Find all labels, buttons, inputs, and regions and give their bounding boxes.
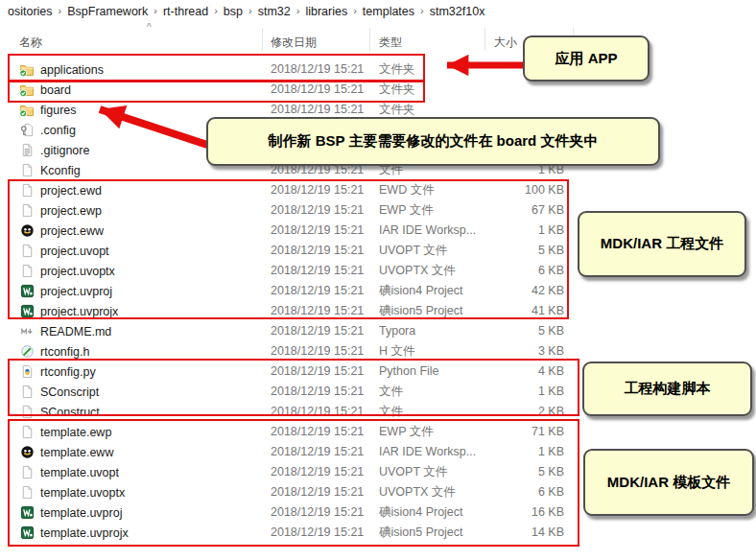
callout-build-scripts: 工程构建脚本 bbox=[582, 362, 752, 416]
callout-board-note: 制作新 BSP 主要需要修改的文件在 board 文件夹中 bbox=[206, 117, 660, 166]
annotation-box-build-scripts bbox=[8, 359, 579, 416]
annotation-box-template-files bbox=[8, 419, 579, 547]
breadcrumb-item[interactable]: stm32f10x bbox=[424, 5, 491, 18]
file-size: 5 KB bbox=[480, 321, 564, 341]
breadcrumb-separator-icon: › bbox=[353, 5, 357, 16]
breadcrumb-separator-icon: › bbox=[296, 5, 300, 16]
blank-file-icon bbox=[19, 163, 35, 178]
column-header-size[interactable]: 大小 bbox=[494, 35, 517, 51]
callout-project-files: MDK/IAR 工程文件 bbox=[578, 211, 746, 277]
annotation-box-board bbox=[8, 81, 425, 103]
text-file-icon bbox=[19, 143, 35, 158]
breadcrumb-item[interactable]: bsp bbox=[218, 5, 248, 18]
column-divider[interactable] bbox=[369, 28, 370, 51]
config-file-icon bbox=[19, 123, 35, 138]
breadcrumb-item[interactable]: BspFramework bbox=[61, 5, 154, 18]
annotation-box-project-files bbox=[8, 179, 569, 319]
file-name: .gitignore bbox=[40, 144, 89, 157]
sourceinsight-icon bbox=[19, 344, 35, 360]
markdown-icon bbox=[19, 324, 35, 339]
file-name: README.md bbox=[40, 325, 111, 338]
breadcrumb-item[interactable]: libraries bbox=[299, 5, 353, 18]
breadcrumb-separator-icon: › bbox=[214, 5, 218, 16]
breadcrumb-separator-icon: › bbox=[154, 5, 157, 16]
column-header-name[interactable]: 名称 bbox=[19, 35, 42, 51]
breadcrumb-separator-icon: › bbox=[248, 5, 252, 16]
callout-app: 应用 APP bbox=[523, 35, 650, 82]
folder-check-icon bbox=[19, 103, 35, 118]
breadcrumb-item[interactable]: rt-thread bbox=[157, 5, 214, 18]
callout-template-files: MDK/IAR 模板文件 bbox=[583, 449, 754, 516]
breadcrumb-separator-icon: › bbox=[59, 5, 62, 16]
file-date: 2018/12/19 15:21 bbox=[271, 321, 364, 341]
file-type: Typora bbox=[379, 321, 480, 341]
annotation-box-applications bbox=[8, 54, 425, 82]
breadcrumb-item[interactable]: ositories bbox=[2, 5, 59, 18]
file-name: Kconfig bbox=[40, 164, 81, 177]
breadcrumb-separator-icon: › bbox=[420, 5, 424, 16]
sort-ascending-icon: ^ bbox=[147, 22, 152, 33]
column-header-date[interactable]: 修改日期 bbox=[271, 35, 317, 51]
column-header-type[interactable]: 类型 bbox=[379, 35, 402, 51]
file-name: figures bbox=[40, 104, 77, 117]
column-divider[interactable] bbox=[484, 28, 485, 51]
column-divider[interactable] bbox=[262, 28, 263, 51]
breadcrumb: ositories › BspFramework › rt-thread › b… bbox=[2, 0, 490, 23]
breadcrumb-item[interactable]: stm32 bbox=[252, 5, 296, 18]
breadcrumb-item[interactable]: templates bbox=[357, 5, 420, 18]
file-name: rtconfig.h bbox=[40, 345, 89, 359]
file-explorer-window: ositories › BspFramework › rt-thread › b… bbox=[0, 0, 756, 560]
file-row[interactable]: README.md 2018/12/19 15:21 Typora 5 KB bbox=[0, 321, 756, 341]
file-name: .config bbox=[40, 124, 76, 137]
